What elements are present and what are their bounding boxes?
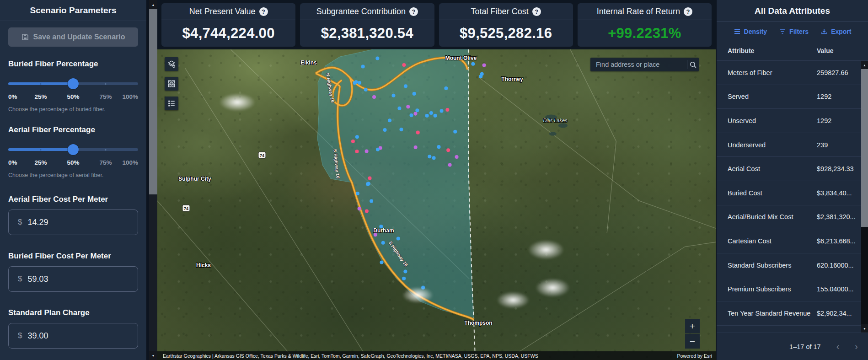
subscriber-dot bbox=[434, 114, 437, 118]
search-button[interactable] bbox=[687, 58, 699, 71]
table-scroll-up-icon[interactable]: ▲ bbox=[861, 61, 868, 69]
pagination-prev-button[interactable]: ‹ bbox=[836, 341, 840, 352]
table-row[interactable]: Ten Year Standard Revenue$2,902,34... bbox=[717, 301, 868, 326]
service-area-polygon[interactable] bbox=[317, 49, 474, 319]
row-value: 1292 bbox=[817, 93, 831, 100]
input-label: Aerial Fiber Cost Per Meter bbox=[8, 195, 138, 204]
subscriber-dot bbox=[379, 225, 383, 228]
row-attribute: Aerial/Buried Mix Cost bbox=[728, 213, 793, 220]
subscriber-dot bbox=[356, 192, 359, 195]
subscriber-dot bbox=[376, 148, 380, 151]
kpi-card-total-fiber-cost: Total Fiber Cost?$9,525,282.16 bbox=[439, 3, 573, 47]
slider-thumb[interactable] bbox=[68, 144, 79, 155]
help-icon[interactable]: ? bbox=[684, 7, 692, 16]
subscriber-dot bbox=[381, 241, 385, 245]
currency-prefix: $ bbox=[18, 218, 22, 227]
table-rows: Meters of Fiber259827.66Served1292Unserv… bbox=[717, 60, 868, 333]
table-row[interactable]: Meters of Fiber259827.66 bbox=[717, 61, 868, 85]
save-and-update-scenario-button[interactable]: Save and Update Scenario bbox=[8, 27, 138, 47]
basemap-gallery-button[interactable] bbox=[165, 77, 178, 91]
column-header-attribute: Attribute bbox=[728, 47, 754, 54]
table-row[interactable]: Underserved239 bbox=[717, 133, 868, 157]
kpi-title: Total Fiber Cost? bbox=[439, 3, 573, 20]
row-value: $928,234.33 bbox=[817, 165, 854, 172]
subscriber-dot bbox=[358, 207, 361, 210]
table-row[interactable]: Premium Subscribers155.04000... bbox=[717, 277, 868, 301]
slider-track[interactable] bbox=[8, 148, 138, 151]
scroll-down-icon[interactable]: ▼ bbox=[149, 351, 157, 360]
legend-button[interactable] bbox=[165, 97, 178, 110]
export-label: Export bbox=[831, 28, 851, 35]
table-scroll-down-icon[interactable]: ▼ bbox=[861, 324, 868, 333]
subscriber-dot bbox=[364, 88, 368, 91]
help-icon[interactable]: ? bbox=[259, 7, 268, 16]
input-label: Standard Plan Charge bbox=[8, 308, 138, 317]
help-icon[interactable]: ? bbox=[532, 7, 541, 16]
kpi-title: Internal Rate of Return? bbox=[578, 3, 712, 20]
table-scrollbar[interactable]: ▲ ▼ bbox=[861, 61, 868, 333]
row-value: $2,381,320... bbox=[817, 213, 856, 220]
table-row[interactable]: Served1292 bbox=[717, 85, 868, 109]
map-canvas[interactable]: ElkinsMount OliveThorneyDills LakesSulph… bbox=[157, 49, 716, 360]
slider-label: Buried Fiber Percentage bbox=[8, 59, 138, 69]
search-input[interactable] bbox=[590, 61, 687, 68]
slider-track[interactable] bbox=[8, 82, 138, 85]
table-row[interactable]: Cartesian Cost$6,213,668... bbox=[717, 229, 868, 253]
subscriber-dot bbox=[444, 86, 448, 90]
kpi-title: Net Present Value? bbox=[161, 3, 295, 20]
subscriber-dot bbox=[416, 131, 420, 134]
scroll-up-icon[interactable]: ▲ bbox=[149, 0, 157, 9]
filters-icon bbox=[779, 28, 786, 35]
table-row[interactable]: Buried Cost$3,834,40... bbox=[717, 181, 868, 205]
layers-button[interactable] bbox=[165, 57, 178, 71]
subscriber-dot bbox=[370, 199, 373, 203]
filters-label: Filters bbox=[789, 28, 809, 35]
zoom-out-button[interactable]: − bbox=[685, 334, 700, 349]
table-row[interactable]: Standard Subscribers620.16000... bbox=[717, 253, 868, 278]
slider-tick-label: 0% bbox=[8, 159, 17, 166]
layers-icon bbox=[167, 60, 176, 68]
row-attribute: Unserved bbox=[728, 117, 756, 124]
subscriber-dot bbox=[375, 56, 379, 60]
subscriber-dot bbox=[410, 113, 413, 117]
standard-plan-charge-input[interactable] bbox=[27, 331, 138, 341]
subscriber-dot bbox=[402, 63, 406, 67]
aerial-fiber-cost-per-meter-input[interactable] bbox=[27, 218, 138, 227]
subscriber-dot bbox=[406, 105, 410, 108]
export-button[interactable]: Export bbox=[820, 28, 851, 35]
slider-thumb[interactable] bbox=[68, 78, 79, 89]
slider-block-aerial-fiber-percentage: Aerial Fiber Percentage0%25%50%75%100%Ch… bbox=[8, 125, 138, 178]
input-block-standard-plan-charge: Standard Plan Charge$ bbox=[8, 308, 138, 349]
kpi-title-text: Total Fiber Cost bbox=[471, 7, 529, 16]
kpi-row: Net Present Value?$4,744,224.00Subgrante… bbox=[157, 0, 716, 49]
subscriber-dot bbox=[361, 65, 365, 69]
zoom-in-button[interactable]: + bbox=[685, 319, 700, 333]
density-button[interactable]: Density bbox=[734, 28, 767, 35]
slider-tick-label: 100% bbox=[122, 159, 138, 166]
main-content: Net Present Value?$4,744,224.00Subgrante… bbox=[157, 0, 716, 360]
table-row[interactable]: Aerial/Buried Mix Cost$2,381,320... bbox=[717, 205, 868, 230]
kpi-title: Subgrantee Contribution? bbox=[300, 3, 434, 20]
help-icon[interactable]: ? bbox=[409, 7, 418, 16]
table-scrollbar-thumb[interactable] bbox=[861, 69, 868, 227]
subscriber-dot bbox=[397, 107, 401, 110]
row-value: 155.04000... bbox=[817, 285, 854, 293]
subscriber-dot bbox=[440, 109, 444, 113]
standard-plan-charge-box: $ bbox=[8, 323, 138, 349]
table-row[interactable]: Unserved1292 bbox=[717, 109, 868, 133]
app: Scenario Parameters Save and Update Scen… bbox=[0, 0, 868, 360]
page-scrollbar[interactable]: ▲ ▼ bbox=[149, 0, 157, 360]
table-row[interactable]: Aerial Cost$928,234.33 bbox=[717, 157, 868, 181]
subscriber-dot bbox=[432, 156, 436, 160]
legend-list-icon bbox=[167, 99, 176, 107]
subscriber-dot bbox=[402, 277, 406, 280]
subscriber-dot bbox=[399, 128, 403, 131]
pagination-next-button[interactable]: › bbox=[855, 341, 858, 352]
subscriber-dot bbox=[374, 233, 377, 236]
page-scrollbar-thumb[interactable] bbox=[149, 9, 157, 194]
buried-fiber-cost-per-meter-input[interactable] bbox=[27, 274, 138, 284]
subscriber-dot bbox=[445, 108, 449, 112]
row-value: $2,902,34... bbox=[817, 310, 852, 317]
row-attribute: Meters of Fiber bbox=[728, 69, 772, 76]
filters-button[interactable]: Filters bbox=[779, 28, 809, 35]
